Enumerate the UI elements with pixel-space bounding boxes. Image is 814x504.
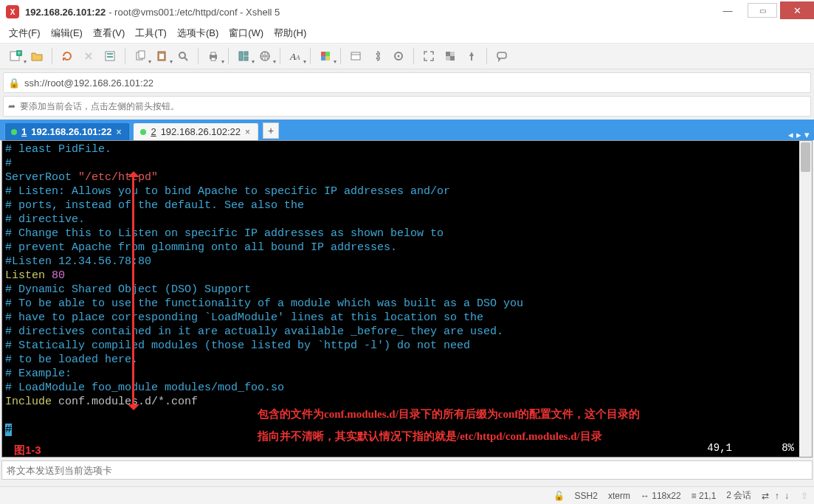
annotation-line-1: 包含的文件为conf.modules.d/目录下的所有后缀为conf的配置文件，… [258,404,640,424]
session-tab-1[interactable]: 1 192.168.26.101:22 × [4,123,129,140]
tool-3-button[interactable] [389,46,408,66]
disconnect-button[interactable] [79,46,98,66]
annotation-line-2: 指向并不清晰，其实默认情况下指的就是/etc/httpd/conf.module… [258,426,602,446]
new-session-button[interactable]: + [6,46,25,66]
svg-rect-15 [244,52,248,55]
add-tab-button[interactable]: + [263,122,279,139]
session-tab-bar: 1 192.168.26.101:22 × 2 192.168.26.102:2… [0,120,814,140]
tool-1-button[interactable] [346,46,365,66]
menu-tools[interactable]: 工具(T) [135,27,167,40]
tool-2-button[interactable] [368,46,387,66]
svg-text:A: A [295,54,300,61]
ontop-button[interactable] [462,46,481,66]
tab-index: 2 [151,126,156,137]
copy-button[interactable] [131,46,150,66]
status-term: xterm [608,491,630,501]
svg-rect-30 [446,52,450,56]
arrow-icon[interactable]: ➦ [8,101,15,111]
transparency-button[interactable] [441,46,460,66]
status-bar: 🔓 SSH2 xterm ↔ 118x22 ≡ 21,1 2 会话 ⇄ ↑ ↓ … [0,486,814,504]
encoding-button[interactable] [255,46,275,66]
svg-point-28 [398,55,400,58]
hint-bar: ➦ 要添加当前会话，点击左侧的箭头按钮。 [3,96,811,117]
session-tab-2[interactable]: 2 192.168.26.102:22 × [134,123,258,140]
close-button[interactable]: ✕ [780,1,814,19]
vim-status: 49,1 8% [707,442,794,454]
menu-window[interactable]: 窗口(W) [229,27,263,40]
svg-rect-24 [351,52,360,60]
send-input-bar [1,460,813,480]
status-dot-icon [11,129,17,135]
terminal-scrollbar[interactable] [799,141,812,457]
tab-label: 192.168.26.102:22 [161,126,241,137]
svg-rect-7 [139,51,145,58]
svg-rect-20 [321,52,325,56]
hint-text: 要添加当前会话，点击左侧的箭头按钮。 [20,100,179,113]
tab-next-button[interactable]: ▸ [796,129,801,140]
tab-label: 192.168.26.101:22 [31,126,111,137]
maximize-button[interactable]: ▭ [748,3,777,18]
address-bar: 🔒 [3,72,811,93]
svg-rect-21 [325,52,330,56]
title-bar: X 192.168.26.101:22 - root@vms001:/etc/h… [0,0,814,24]
svg-rect-13 [211,58,215,61]
toolbar: + AA [0,43,814,69]
status-links: ⇄ ↑ ↓ [762,491,790,501]
address-input[interactable] [24,77,806,89]
send-input[interactable] [2,465,812,476]
fullscreen-button[interactable] [419,46,438,66]
layout-button[interactable] [234,46,253,66]
minimize-button[interactable]: — [711,1,745,19]
svg-rect-14 [239,52,243,61]
svg-rect-4 [107,53,113,55]
app-icon: X [6,5,19,18]
tab-menu-button[interactable]: ▾ [804,129,810,140]
reconnect-button[interactable] [58,46,77,66]
menu-help[interactable]: 帮助(H) [274,27,306,40]
figure-label: 图1-3 [14,443,41,458]
svg-point-26 [376,58,379,60]
svg-rect-31 [450,56,455,61]
print-button[interactable] [204,46,223,66]
svg-text:+: + [17,49,21,57]
menu-tabs[interactable]: 选项卡(B) [177,27,218,40]
caps-icon: ⇪ [801,491,808,501]
lock-icon: 🔒 [8,77,20,89]
status-size: ↔ 118x22 [641,491,681,501]
svg-rect-9 [159,54,164,59]
status-pos: ≡ 21,1 [691,491,717,501]
help-button[interactable] [492,46,511,66]
svg-rect-5 [107,56,113,58]
title-ip: 192.168.26.101:22 [25,7,106,18]
lock-icon: 🔓 [553,491,565,501]
svg-text:A: A [289,51,296,62]
find-button[interactable] [173,46,193,66]
status-ssh: SSH2 [575,491,598,501]
svg-rect-23 [325,56,330,61]
open-button[interactable] [27,46,46,66]
font-button[interactable]: AA [286,46,305,66]
tab-index: 1 [21,126,27,137]
svg-rect-16 [244,57,248,61]
close-tab-icon[interactable]: × [116,127,121,137]
close-tab-icon[interactable]: × [245,127,250,137]
tab-prev-button[interactable]: ◂ [788,129,793,140]
menu-edit[interactable]: 编辑(E) [51,27,83,40]
terminal-content[interactable]: # least PidFile. # ServerRoot "/etc/http… [2,141,812,438]
menu-file[interactable]: 文件(F) [9,27,41,40]
svg-point-10 [179,52,185,58]
status-dot-icon [140,129,146,135]
svg-rect-22 [321,56,325,61]
paste-button[interactable] [152,46,171,66]
terminal[interactable]: # least PidFile. # ServerRoot "/etc/http… [1,140,813,458]
status-sessions: 2 会话 [726,489,751,502]
colorscheme-button[interactable] [316,46,335,66]
svg-rect-12 [211,52,215,55]
menu-view[interactable]: 查看(V) [93,27,125,40]
svg-point-25 [376,53,379,55]
properties-button[interactable] [100,46,120,66]
svg-rect-32 [497,52,506,58]
menu-bar: 文件(F) 编辑(E) 查看(V) 工具(T) 选项卡(B) 窗口(W) 帮助(… [0,24,814,43]
annotation-arrow [132,173,134,409]
title-path: - root@vms001:/etc/httpd/conf - Xshell 5 [108,7,280,18]
